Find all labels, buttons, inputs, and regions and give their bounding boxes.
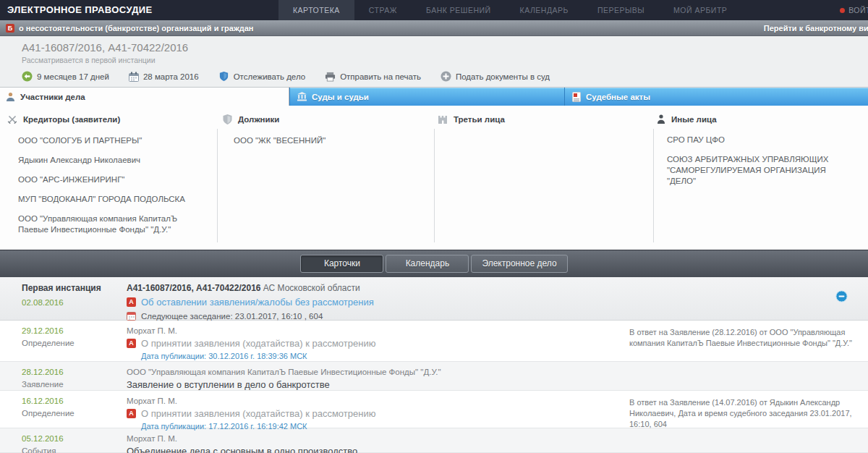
- login-button[interactable]: ВОЙТИ: [840, 0, 868, 20]
- print-button[interactable]: Отправить на печать: [325, 72, 421, 82]
- start-date-label: 28 марта 2016: [143, 72, 199, 81]
- tab-acts[interactable]: Судебные акты: [564, 88, 868, 106]
- instance-row: Первая инстанция 02.08.2016 А41-16087/20…: [0, 277, 868, 321]
- print-label: Отправить на печать: [340, 72, 421, 81]
- track-case-icon: [218, 71, 229, 82]
- login-label: ВОЙТИ: [848, 6, 868, 14]
- print-icon: [325, 72, 336, 82]
- third-parties-header-label: Третьи лица: [454, 115, 505, 124]
- debtors-column: Должники ООО "ЖК "ВЕСЕННИЙ": [223, 114, 425, 155]
- court-name: АС Московской области: [263, 283, 360, 293]
- third-parties-header: Третьи лица: [438, 114, 640, 124]
- timeline-row: 28.12.2016 Заявление ООО "Управляющая ко…: [0, 362, 868, 391]
- track-case-label: Отслеживать дело: [234, 72, 305, 81]
- participant-item[interactable]: ООО "ЖК "ВЕСЕННИЙ": [234, 135, 414, 146]
- creditors-header: Кредиторы (заявители): [7, 114, 210, 124]
- column-separator: [217, 129, 218, 242]
- other-persons-column: Иные лица СРО ПАУ ЦФО СОЮЗ АРБИТРАЖНЫХ У…: [657, 114, 863, 195]
- shield-icon: [223, 114, 232, 124]
- row-type: Заявление: [22, 380, 127, 389]
- other-persons-header-label: Иные лица: [671, 115, 717, 124]
- collapse-minus-icon: [835, 290, 848, 302]
- case-type-bar: Б о несостоятельности (банкротстве) орга…: [0, 20, 868, 36]
- participant-item[interactable]: ООО "Управляющая компания КапиталЪ Паевы…: [18, 213, 199, 235]
- case-header: А41-16087/2016, А41-70422/2016 Рассматри…: [0, 36, 868, 87]
- creditors-header-label: Кредиторы (заявители): [23, 115, 120, 124]
- court-building-icon: [297, 92, 307, 101]
- row-date: 28.12.2016: [22, 368, 127, 376]
- tab-acts-label: Судебные акты: [586, 93, 650, 101]
- row-note: [629, 428, 868, 452]
- row-type: События: [22, 446, 127, 453]
- tab-participants[interactable]: Участники дела: [0, 88, 289, 106]
- nav-kalendar[interactable]: КАЛЕНДАРЬ: [506, 0, 583, 20]
- row-note: В ответ на Заявление (14.07.2016) от Яды…: [629, 391, 868, 428]
- view-tab-calendar[interactable]: Календарь: [386, 255, 469, 273]
- case-type-label: о несостоятельности (банкротстве) органи…: [19, 24, 253, 33]
- next-session: Следующее заседание: 23.01.2017, 16:10 ,…: [141, 312, 323, 321]
- participant-item[interactable]: ООО "СОЛОГУБ И ПАРТНЕРЫ": [18, 135, 199, 146]
- row-author: Морхат П. М.: [127, 434, 629, 443]
- track-case-button[interactable]: Отслеживать дело: [218, 71, 305, 82]
- bankruptcy-icon: Б: [6, 24, 14, 33]
- tab-courts-label: Суды и судьи: [312, 93, 369, 101]
- castle-icon: [438, 114, 448, 124]
- case-duration: 9 месяцев 17 дней: [22, 71, 109, 82]
- submit-docs-button[interactable]: Подать документы в суд: [441, 71, 550, 82]
- bankruptcy-view-link[interactable]: Перейти к банкротному виду: [764, 24, 868, 33]
- pdf-icon[interactable]: A: [127, 339, 136, 348]
- view-tab-ecase[interactable]: Электронное дело: [471, 255, 567, 273]
- timeline-row: 16.12.2016 Определение Морхат П. М. A О …: [0, 391, 868, 428]
- timeline-row: 29.12.2016 Определение Морхат П. М. A О …: [0, 321, 868, 362]
- row-type: Определение: [22, 409, 127, 418]
- duration-icon: [22, 71, 33, 82]
- participant-item[interactable]: Ядыкин Александр Николаевич: [18, 155, 199, 166]
- participant-item[interactable]: МУП "ВОДОКАНАЛ" ГОРОДА ПОДОЛЬСКА: [18, 194, 199, 205]
- row-note: [629, 362, 868, 390]
- nav-bank-resheniy[interactable]: БАНК РЕШЕНИЙ: [412, 0, 506, 20]
- collapse-button[interactable]: [835, 290, 848, 305]
- creditors-column: Кредиторы (заявители) ООО "СОЛОГУБ И ПАР…: [7, 114, 210, 244]
- case-timeline: Первая инстанция 02.08.2016 А41-16087/20…: [0, 277, 868, 453]
- instance-row-wrap: Первая инстанция 02.08.2016 А41-16087/20…: [0, 277, 868, 321]
- row-author: Морхат П. М.: [127, 326, 629, 335]
- doc-title: Объединение дела с основным в одно произ…: [127, 446, 629, 453]
- participant-item[interactable]: ООО "АРС-ИНЖЕНИРИНГ": [18, 174, 199, 185]
- participant-item[interactable]: СРО ПАУ ЦФО: [667, 135, 852, 145]
- column-separator: [653, 129, 654, 242]
- tab-participants-label: Участники дела: [20, 93, 85, 101]
- instance-date: 02.08.2016: [22, 298, 127, 307]
- instance-name: Первая инстанция: [22, 283, 127, 293]
- submit-docs-label: Подать документы в суд: [456, 72, 550, 81]
- main-menu: КАРТОТЕКА СТРАЖ БАНК РЕШЕНИЙ КАЛЕНДАРЬ П…: [278, 0, 741, 20]
- nav-moy-arbitr[interactable]: МОЙ АРБИТР: [659, 0, 741, 20]
- case-numbers: А41-16087/2016, А41-70422/2016: [127, 283, 260, 293]
- case-numbers-title: А41-16087/2016, А41-70422/2016: [22, 41, 868, 54]
- case-start-date: 28 марта 2016: [129, 72, 199, 82]
- case-toolbar: 9 месяцев 17 дней 28 марта 2016 Отслежив…: [22, 71, 868, 82]
- debtors-header: Должники: [223, 114, 425, 124]
- app-screen: ЭЛЕКТРОННОЕ ПРАВОСУДИЕ КАРТОТЕКА СТРАЖ Б…: [0, 0, 868, 453]
- view-switch-bar: Карточки Календарь Электронное дело: [0, 250, 868, 277]
- pdf-icon[interactable]: A: [127, 297, 136, 307]
- case-tabs: Участники дела Суды и судьи Судебные акт…: [0, 87, 868, 106]
- nav-pereryvy[interactable]: ПЕРЕРЫВЫ: [583, 0, 659, 20]
- publication-link[interactable]: Дата публикации: 30.12.2016 г. 18:39:36 …: [141, 352, 629, 360]
- nav-strazh[interactable]: СТРАЖ: [354, 0, 412, 20]
- row-date: 16.12.2016: [22, 397, 127, 405]
- view-tab-cards[interactable]: Карточки: [300, 255, 383, 273]
- tab-courts[interactable]: Суды и судьи: [289, 88, 564, 106]
- doc-title[interactable]: О принятии заявления (ходатайства) к рас…: [141, 408, 375, 419]
- doc-title[interactable]: О принятии заявления (ходатайства) к рас…: [141, 338, 375, 349]
- pdf-icon[interactable]: A: [127, 409, 136, 418]
- participants-panel: Кредиторы (заявители) ООО "СОЛОГУБ И ПАР…: [0, 106, 868, 250]
- submit-docs-icon: [441, 71, 451, 82]
- duration-label: 9 месяцев 17 дней: [37, 72, 109, 81]
- nav-kartoteka[interactable]: КАРТОТЕКА: [278, 0, 354, 20]
- participants-icon: [6, 92, 15, 101]
- calendar-icon: [129, 72, 139, 82]
- act-link[interactable]: Об оставлении заявления/жалобы без рассм…: [141, 297, 374, 308]
- participant-item[interactable]: СОЮЗ АРБИТРАЖНЫХ УПРАВЛЯЮЩИХ "САМОРЕГУЛИ…: [667, 154, 852, 187]
- login-status-icon: [840, 8, 845, 13]
- app-brand: ЭЛЕКТРОННОЕ ПРАВОСУДИЕ: [0, 0, 153, 20]
